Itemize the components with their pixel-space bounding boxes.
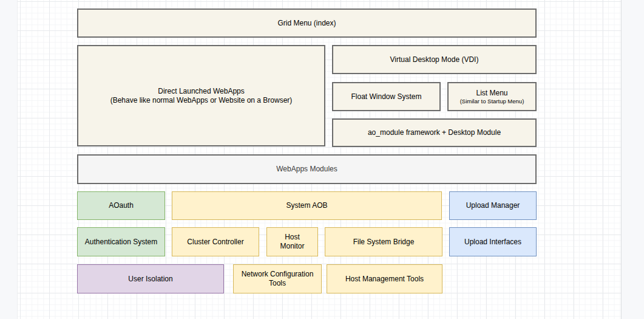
node-list-menu-label: List Menu bbox=[476, 89, 507, 98]
node-upload-interfaces[interactable]: Upload Interfaces bbox=[449, 227, 537, 256]
node-host-management-tools[interactable]: Host Management Tools bbox=[327, 264, 442, 293]
node-upload-interfaces-label: Upload Interfaces bbox=[464, 238, 521, 247]
node-direct-launched-webapps-label: Direct Launched WebApps bbox=[158, 87, 245, 96]
node-direct-launched-webapps-sublabel: (Behave like normal WebApps or Website o… bbox=[110, 96, 293, 105]
node-host-management-tools-label: Host Management Tools bbox=[345, 275, 424, 284]
node-grid-menu-label: Grid Menu (index) bbox=[277, 19, 336, 28]
drawio-viewer: { "palette": { "page_background": "#f7f8… bbox=[0, 0, 644, 319]
node-aoauth[interactable]: AOauth bbox=[77, 191, 165, 220]
node-cluster-controller[interactable]: Cluster Controller bbox=[172, 227, 259, 256]
node-network-configuration-tools[interactable]: Network Configuration Tools bbox=[233, 264, 322, 293]
node-ao-module-framework-label: ao_module framework + Desktop Module bbox=[368, 128, 501, 137]
node-ao-module-framework[interactable]: ao_module framework + Desktop Module bbox=[332, 118, 537, 147]
node-upload-manager-label: Upload Manager bbox=[466, 201, 520, 210]
node-aoauth-label: AOauth bbox=[109, 201, 134, 210]
node-direct-launched-webapps[interactable]: Direct Launched WebApps (Behave like nor… bbox=[77, 45, 325, 146]
node-virtual-desktop-mode-label: Virtual Desktop Mode (VDI) bbox=[390, 55, 479, 64]
node-host-monitor-label: Host Monitor bbox=[273, 233, 311, 251]
node-float-window-system[interactable]: Float Window System bbox=[332, 82, 441, 111]
node-user-isolation-label: User Isolation bbox=[128, 275, 172, 284]
node-file-system-bridge[interactable]: File System Bridge bbox=[325, 227, 442, 256]
node-upload-manager[interactable]: Upload Manager bbox=[449, 191, 537, 220]
node-webapps-modules[interactable]: WebApps Modules bbox=[77, 154, 537, 184]
node-grid-menu[interactable]: Grid Menu (index) bbox=[77, 9, 537, 38]
node-network-configuration-tools-label: Network Configuration Tools bbox=[240, 270, 315, 288]
node-user-isolation[interactable]: User Isolation bbox=[77, 264, 224, 293]
node-host-monitor[interactable]: Host Monitor bbox=[266, 227, 318, 256]
node-float-window-system-label: Float Window System bbox=[351, 92, 421, 101]
node-authentication-system[interactable]: Authentication System bbox=[77, 227, 165, 256]
node-list-menu[interactable]: List Menu (Similar to Startup Menu) bbox=[447, 82, 537, 111]
node-cluster-controller-label: Cluster Controller bbox=[187, 238, 243, 247]
node-list-menu-sublabel: (Similar to Startup Menu) bbox=[460, 98, 524, 105]
diagram-canvas: Grid Menu (index) Direct Launched WebApp… bbox=[17, 0, 622, 319]
node-webapps-modules-label: WebApps Modules bbox=[276, 165, 337, 174]
node-virtual-desktop-mode[interactable]: Virtual Desktop Mode (VDI) bbox=[332, 45, 537, 74]
node-authentication-system-label: Authentication System bbox=[85, 238, 157, 247]
node-system-aob[interactable]: System AOB bbox=[172, 191, 442, 220]
node-file-system-bridge-label: File System Bridge bbox=[353, 238, 415, 247]
node-system-aob-label: System AOB bbox=[286, 201, 327, 210]
